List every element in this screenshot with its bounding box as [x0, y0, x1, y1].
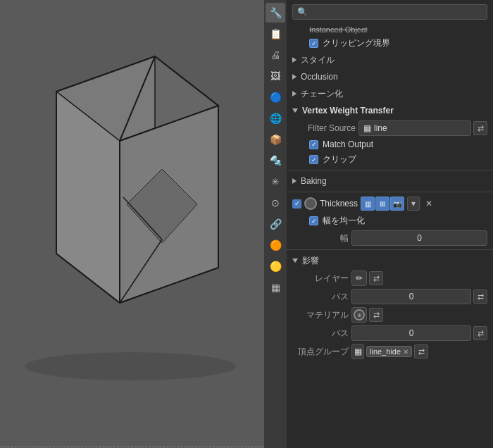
uniform-width-row[interactable]: 幅を均一化 — [287, 213, 493, 229]
vertex-group-row: 頂点グループ ▦ line_hide ✕ ⇄ — [287, 342, 493, 361]
freestyle-sidebar-icon[interactable]: 🟡 — [266, 256, 285, 276]
material-label: マテリアル — [292, 309, 349, 321]
data-sidebar-icon[interactable]: ▦ — [266, 278, 285, 297]
material-row: マテリアル ⊕ ⇄ — [287, 306, 493, 324]
compositing-sidebar-icon[interactable]: 🔵 — [266, 87, 285, 107]
baking-label: Baking — [301, 176, 327, 186]
layer-swap-icon[interactable]: ⇄ — [369, 271, 383, 285]
clipping-label: クリッピング境界 — [323, 37, 390, 49]
clipping-row[interactable]: クリッピング境界 — [287, 35, 493, 51]
layer-path-value: 0 — [409, 292, 414, 301]
instanced-object-row: Instanced Object — [287, 24, 493, 35]
material-path-row: パス 0 ⇄ — [287, 324, 493, 342]
match-output-row[interactable]: Match Output — [287, 137, 493, 151]
influence-section[interactable]: 影響 — [287, 252, 493, 269]
chain-section[interactable]: チェーン化 — [287, 85, 493, 102]
clip-checkbox[interactable] — [309, 155, 318, 164]
chain-label: チェーン化 — [301, 88, 343, 100]
material-path-field[interactable]: 0 — [351, 325, 471, 341]
particles-sidebar-icon[interactable]: ⊙ — [266, 193, 285, 213]
vertex-group-swap-icon[interactable]: ⇄ — [414, 344, 428, 359]
vertex-group-grid-btn[interactable]: ▦ — [351, 344, 364, 359]
width-control: 0 — [351, 230, 487, 246]
vertex-group-grid-icon: ▦ — [354, 347, 362, 356]
vertex-weight-section[interactable]: Vertex Weight Transfer — [287, 102, 493, 119]
viewport-area[interactable] — [0, 0, 264, 448]
material-sidebar-icon[interactable]: 🟠 — [266, 235, 285, 255]
thickness-label: Thickness — [320, 199, 358, 209]
thickness-row: Thickness ▥ ⊞ 📷 ▾ ✕ — [287, 194, 493, 213]
chain-collapse-icon — [292, 91, 297, 97]
clip-row[interactable]: クリップ — [287, 151, 493, 168]
layer-path-label: パス — [292, 291, 349, 303]
object-sidebar-icon[interactable]: 🔩 — [266, 151, 285, 170]
thickness-icon-3[interactable]: 📷 — [390, 197, 404, 211]
layer-path-field[interactable]: 0 — [351, 289, 471, 304]
influence-collapse-icon — [292, 259, 298, 263]
vertex-weight-label: Vertex Weight Transfer — [302, 106, 394, 116]
view-sidebar-icon[interactable]: 📋 — [266, 24, 285, 44]
vertex-group-control: ▦ line_hide ✕ ⇄ — [351, 344, 487, 359]
layer-control: ✏ ⇄ — [351, 270, 487, 286]
vertex-group-label: 頂点グループ — [292, 346, 349, 358]
style-section[interactable]: スタイル — [287, 51, 493, 68]
filter-source-row: Filter Source ▦ line ⇄ — [287, 119, 493, 137]
material-control: ⊕ ⇄ — [351, 307, 487, 323]
properties-panel: 🔍 Instanced Object クリッピング境界 スタイル Occlusi… — [287, 0, 493, 448]
world-sidebar-icon[interactable]: 📦 — [266, 130, 285, 149]
occlusion-label: Occlusion — [301, 72, 338, 82]
layer-path-row: パス 0 ⇄ — [287, 287, 493, 306]
width-label: 幅 — [292, 232, 349, 244]
material-path-control: 0 ⇄ — [351, 325, 487, 341]
thickness-dropdown[interactable]: ▾ — [407, 197, 420, 211]
modifier-sidebar-icon[interactable]: ✳ — [266, 172, 285, 192]
vertex-group-tags: line_hide ✕ — [366, 346, 412, 357]
occlusion-section[interactable]: Occlusion — [287, 68, 493, 85]
tools-sidebar-icon[interactable]: 🔧 — [266, 3, 285, 23]
separator-3 — [287, 249, 493, 250]
clipping-checkbox[interactable] — [309, 39, 318, 48]
material-swap-icon[interactable]: ⇄ — [369, 308, 383, 322]
thickness-circle-icon — [304, 197, 317, 210]
output-sidebar-icon[interactable]: 🖨 — [266, 45, 285, 65]
filter-source-label: Filter Source — [292, 123, 356, 133]
search-bar[interactable]: 🔍 — [292, 4, 487, 20]
layer-pencil-btn[interactable]: ✏ — [351, 270, 367, 286]
material-globe-btn[interactable]: ⊕ — [351, 307, 367, 323]
instanced-object-label: Instanced Object — [309, 25, 368, 34]
baking-collapse-icon — [292, 178, 297, 184]
thickness-close-icon[interactable]: ✕ — [423, 197, 435, 210]
filter-source-swap-icon[interactable]: ⇄ — [473, 121, 487, 135]
uniform-width-label: 幅を均一化 — [323, 215, 365, 227]
vertex-group-tag-close-icon[interactable]: ✕ — [403, 348, 408, 356]
filter-source-field[interactable]: ▦ line — [358, 120, 471, 136]
layer-path-swap-icon[interactable]: ⇄ — [473, 290, 487, 304]
icon-sidebar: 🔧 📋 🖨 🖼 🔵 🌐 📦 🔩 ✳ ⊙ 🔗 🟠 🟡 ▦ — [264, 0, 287, 448]
grid-icon: ▦ — [363, 123, 371, 133]
physics-sidebar-icon[interactable]: 🔗 — [266, 214, 285, 234]
globe-icon: ⊕ — [354, 309, 365, 321]
vertex-weight-collapse-icon — [292, 108, 298, 113]
match-output-label: Match Output — [323, 139, 373, 149]
vertex-group-tag[interactable]: line_hide ✕ — [366, 346, 412, 357]
width-field[interactable]: 0 — [351, 230, 487, 246]
layer-row: レイヤー ✏ ⇄ — [287, 269, 493, 287]
material-path-swap-icon[interactable]: ⇄ — [473, 326, 487, 340]
thickness-icon-2[interactable]: ⊞ — [375, 197, 389, 211]
uniform-width-checkbox[interactable] — [309, 216, 318, 225]
layer-path-control: 0 ⇄ — [351, 289, 487, 304]
vertex-group-tag-value: line_hide — [370, 347, 401, 356]
separator-1 — [287, 170, 493, 170]
thickness-checkbox[interactable] — [292, 199, 301, 209]
thickness-icons-group: ▥ ⊞ 📷 — [361, 197, 404, 211]
scene-sidebar-icon[interactable]: 🌐 — [266, 108, 285, 128]
separator-2 — [287, 192, 493, 192]
material-path-label: パス — [292, 328, 349, 340]
baking-section[interactable]: Baking — [287, 173, 493, 189]
clip-label: クリップ — [323, 154, 356, 166]
image-sidebar-icon[interactable]: 🖼 — [266, 66, 285, 86]
pencil-icon: ✏ — [356, 273, 363, 283]
style-label: スタイル — [301, 54, 335, 66]
match-output-checkbox[interactable] — [309, 140, 318, 149]
thickness-icon-1[interactable]: ▥ — [361, 197, 375, 211]
